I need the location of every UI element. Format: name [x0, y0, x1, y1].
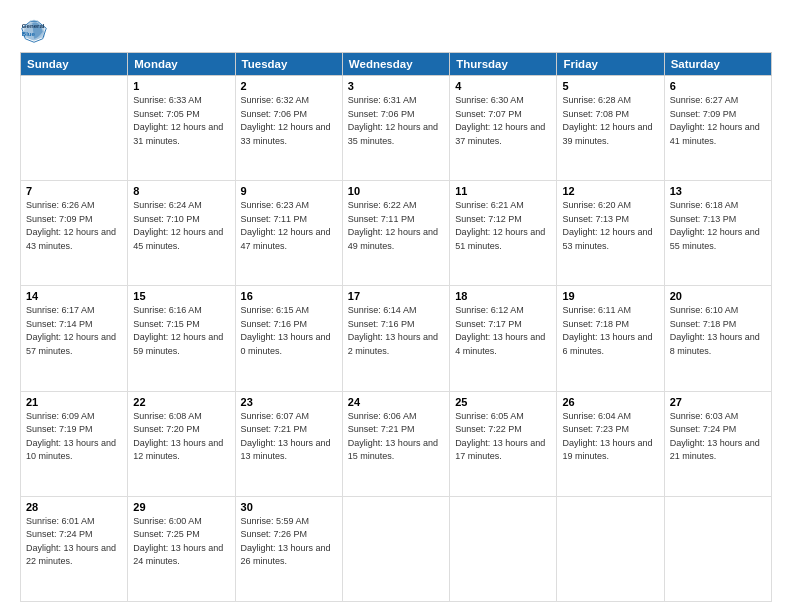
day-cell: [450, 496, 557, 601]
day-info: Sunrise: 6:05 AMSunset: 7:22 PMDaylight:…: [455, 410, 551, 464]
day-info: Sunrise: 6:04 AMSunset: 7:23 PMDaylight:…: [562, 410, 658, 464]
day-cell: 18Sunrise: 6:12 AMSunset: 7:17 PMDayligh…: [450, 286, 557, 391]
day-info: Sunrise: 6:21 AMSunset: 7:12 PMDaylight:…: [455, 199, 551, 253]
day-number: 30: [241, 501, 337, 513]
day-info: Sunrise: 6:11 AMSunset: 7:18 PMDaylight:…: [562, 304, 658, 358]
day-number: 23: [241, 396, 337, 408]
day-cell: 7Sunrise: 6:26 AMSunset: 7:09 PMDaylight…: [21, 181, 128, 286]
day-info: Sunrise: 6:32 AMSunset: 7:06 PMDaylight:…: [241, 94, 337, 148]
day-cell: 4Sunrise: 6:30 AMSunset: 7:07 PMDaylight…: [450, 76, 557, 181]
day-cell: 9Sunrise: 6:23 AMSunset: 7:11 PMDaylight…: [235, 181, 342, 286]
day-cell: 10Sunrise: 6:22 AMSunset: 7:11 PMDayligh…: [342, 181, 449, 286]
page: General Blue SundayMondayTuesdayWednesda…: [0, 0, 792, 612]
header: General Blue: [20, 16, 772, 44]
day-info: Sunrise: 6:33 AMSunset: 7:05 PMDaylight:…: [133, 94, 229, 148]
day-number: 5: [562, 80, 658, 92]
day-info: Sunrise: 6:03 AMSunset: 7:24 PMDaylight:…: [670, 410, 766, 464]
day-cell: 16Sunrise: 6:15 AMSunset: 7:16 PMDayligh…: [235, 286, 342, 391]
day-cell: 14Sunrise: 6:17 AMSunset: 7:14 PMDayligh…: [21, 286, 128, 391]
day-cell: 27Sunrise: 6:03 AMSunset: 7:24 PMDayligh…: [664, 391, 771, 496]
day-number: 15: [133, 290, 229, 302]
day-cell: 1Sunrise: 6:33 AMSunset: 7:05 PMDaylight…: [128, 76, 235, 181]
weekday-header-sunday: Sunday: [21, 53, 128, 76]
day-cell: 3Sunrise: 6:31 AMSunset: 7:06 PMDaylight…: [342, 76, 449, 181]
day-cell: 17Sunrise: 6:14 AMSunset: 7:16 PMDayligh…: [342, 286, 449, 391]
day-info: Sunrise: 6:23 AMSunset: 7:11 PMDaylight:…: [241, 199, 337, 253]
day-info: Sunrise: 6:22 AMSunset: 7:11 PMDaylight:…: [348, 199, 444, 253]
weekday-header-thursday: Thursday: [450, 53, 557, 76]
day-cell: 25Sunrise: 6:05 AMSunset: 7:22 PMDayligh…: [450, 391, 557, 496]
day-cell: 24Sunrise: 6:06 AMSunset: 7:21 PMDayligh…: [342, 391, 449, 496]
day-cell: 13Sunrise: 6:18 AMSunset: 7:13 PMDayligh…: [664, 181, 771, 286]
day-info: Sunrise: 6:00 AMSunset: 7:25 PMDaylight:…: [133, 515, 229, 569]
day-info: Sunrise: 6:26 AMSunset: 7:09 PMDaylight:…: [26, 199, 122, 253]
day-number: 2: [241, 80, 337, 92]
day-info: Sunrise: 6:16 AMSunset: 7:15 PMDaylight:…: [133, 304, 229, 358]
day-info: Sunrise: 6:07 AMSunset: 7:21 PMDaylight:…: [241, 410, 337, 464]
day-cell: 26Sunrise: 6:04 AMSunset: 7:23 PMDayligh…: [557, 391, 664, 496]
day-number: 4: [455, 80, 551, 92]
day-cell: 5Sunrise: 6:28 AMSunset: 7:08 PMDaylight…: [557, 76, 664, 181]
day-cell: 20Sunrise: 6:10 AMSunset: 7:18 PMDayligh…: [664, 286, 771, 391]
day-number: 9: [241, 185, 337, 197]
day-number: 7: [26, 185, 122, 197]
day-number: 26: [562, 396, 658, 408]
weekday-header-friday: Friday: [557, 53, 664, 76]
day-cell: 21Sunrise: 6:09 AMSunset: 7:19 PMDayligh…: [21, 391, 128, 496]
day-cell: 2Sunrise: 6:32 AMSunset: 7:06 PMDaylight…: [235, 76, 342, 181]
day-info: Sunrise: 6:17 AMSunset: 7:14 PMDaylight:…: [26, 304, 122, 358]
day-info: Sunrise: 6:06 AMSunset: 7:21 PMDaylight:…: [348, 410, 444, 464]
day-number: 8: [133, 185, 229, 197]
day-info: Sunrise: 6:31 AMSunset: 7:06 PMDaylight:…: [348, 94, 444, 148]
day-number: 10: [348, 185, 444, 197]
day-number: 22: [133, 396, 229, 408]
day-info: Sunrise: 6:10 AMSunset: 7:18 PMDaylight:…: [670, 304, 766, 358]
weekday-header-monday: Monday: [128, 53, 235, 76]
day-number: 1: [133, 80, 229, 92]
day-number: 24: [348, 396, 444, 408]
day-cell: [21, 76, 128, 181]
day-cell: 6Sunrise: 6:27 AMSunset: 7:09 PMDaylight…: [664, 76, 771, 181]
day-cell: 23Sunrise: 6:07 AMSunset: 7:21 PMDayligh…: [235, 391, 342, 496]
day-cell: 30Sunrise: 5:59 AMSunset: 7:26 PMDayligh…: [235, 496, 342, 601]
day-number: 20: [670, 290, 766, 302]
day-cell: [342, 496, 449, 601]
day-number: 19: [562, 290, 658, 302]
week-row-2: 7Sunrise: 6:26 AMSunset: 7:09 PMDaylight…: [21, 181, 772, 286]
day-number: 3: [348, 80, 444, 92]
weekday-header-row: SundayMondayTuesdayWednesdayThursdayFrid…: [21, 53, 772, 76]
day-info: Sunrise: 6:27 AMSunset: 7:09 PMDaylight:…: [670, 94, 766, 148]
day-cell: [664, 496, 771, 601]
day-cell: 28Sunrise: 6:01 AMSunset: 7:24 PMDayligh…: [21, 496, 128, 601]
day-cell: [557, 496, 664, 601]
day-cell: 19Sunrise: 6:11 AMSunset: 7:18 PMDayligh…: [557, 286, 664, 391]
day-cell: 11Sunrise: 6:21 AMSunset: 7:12 PMDayligh…: [450, 181, 557, 286]
logo: General Blue: [20, 16, 52, 44]
day-info: Sunrise: 6:30 AMSunset: 7:07 PMDaylight:…: [455, 94, 551, 148]
week-row-4: 21Sunrise: 6:09 AMSunset: 7:19 PMDayligh…: [21, 391, 772, 496]
week-row-1: 1Sunrise: 6:33 AMSunset: 7:05 PMDaylight…: [21, 76, 772, 181]
day-number: 21: [26, 396, 122, 408]
weekday-header-wednesday: Wednesday: [342, 53, 449, 76]
day-info: Sunrise: 6:08 AMSunset: 7:20 PMDaylight:…: [133, 410, 229, 464]
svg-text:Blue: Blue: [22, 30, 36, 37]
day-info: Sunrise: 6:12 AMSunset: 7:17 PMDaylight:…: [455, 304, 551, 358]
weekday-header-tuesday: Tuesday: [235, 53, 342, 76]
day-number: 14: [26, 290, 122, 302]
day-number: 18: [455, 290, 551, 302]
calendar-table: SundayMondayTuesdayWednesdayThursdayFrid…: [20, 52, 772, 602]
day-number: 17: [348, 290, 444, 302]
day-cell: 8Sunrise: 6:24 AMSunset: 7:10 PMDaylight…: [128, 181, 235, 286]
day-info: Sunrise: 6:14 AMSunset: 7:16 PMDaylight:…: [348, 304, 444, 358]
day-info: Sunrise: 6:28 AMSunset: 7:08 PMDaylight:…: [562, 94, 658, 148]
day-number: 6: [670, 80, 766, 92]
day-number: 11: [455, 185, 551, 197]
day-info: Sunrise: 6:09 AMSunset: 7:19 PMDaylight:…: [26, 410, 122, 464]
day-cell: 12Sunrise: 6:20 AMSunset: 7:13 PMDayligh…: [557, 181, 664, 286]
day-number: 28: [26, 501, 122, 513]
day-number: 13: [670, 185, 766, 197]
day-number: 12: [562, 185, 658, 197]
day-cell: 15Sunrise: 6:16 AMSunset: 7:15 PMDayligh…: [128, 286, 235, 391]
week-row-5: 28Sunrise: 6:01 AMSunset: 7:24 PMDayligh…: [21, 496, 772, 601]
day-cell: 29Sunrise: 6:00 AMSunset: 7:25 PMDayligh…: [128, 496, 235, 601]
